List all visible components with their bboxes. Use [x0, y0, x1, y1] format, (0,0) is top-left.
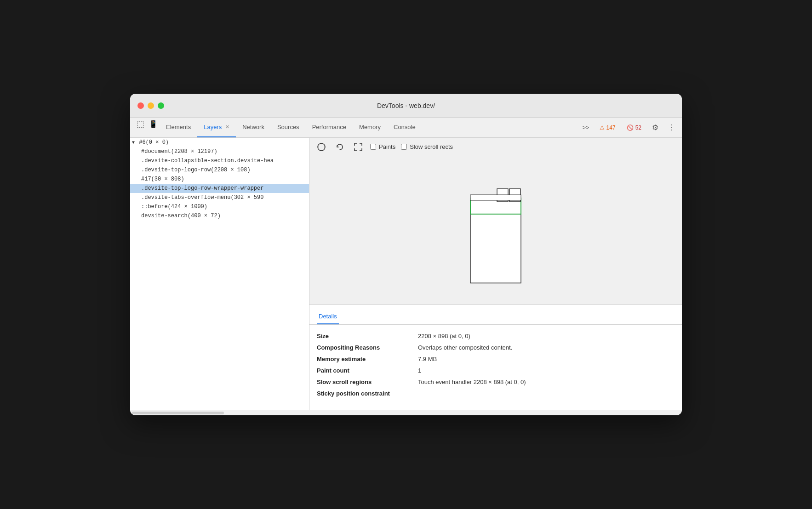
more-options-icon[interactable]: ⋮	[665, 121, 678, 134]
tree-item-collapsible-label: .devsite-collapsible-section.devsite-hea	[141, 158, 274, 164]
minimize-button[interactable]	[148, 102, 154, 109]
tab-layers-label: Layers	[204, 124, 222, 130]
details-row-paint: Paint count 1	[317, 365, 675, 376]
tab-console-label: Console	[394, 124, 416, 130]
paint-key: Paint count	[317, 367, 418, 374]
scrollbar-track[interactable]	[132, 412, 224, 414]
size-key: Size	[317, 333, 418, 339]
tabs-bar: ⬚ 📱 Elements Layers ✕ Network Sources Pe…	[130, 118, 682, 138]
window-title: DevTools - web.dev/	[377, 102, 435, 109]
compositing-value: Overlaps other composited content.	[418, 344, 512, 351]
tab-sources-label: Sources	[277, 124, 299, 130]
slow-scroll-label: Slow scroll rects	[410, 143, 453, 150]
tab-elements[interactable]: Elements	[160, 118, 197, 137]
close-button[interactable]	[137, 102, 144, 109]
tab-network-label: Network	[242, 124, 264, 130]
tab-performance-label: Performance	[312, 124, 346, 130]
memory-key: Memory estimate	[317, 356, 418, 362]
details-row-sticky: Sticky position constraint	[317, 388, 675, 399]
svg-rect-9	[470, 195, 521, 200]
tree-item-tabs-label: .devsite-tabs-overflow-menu(302 × 590	[141, 194, 263, 201]
slow-scroll-checkbox-label[interactable]: Slow scroll rects	[401, 143, 453, 150]
size-value: 2208 × 898 (at 0, 0)	[418, 333, 470, 339]
devtools-window: DevTools - web.dev/ ⬚ 📱 Elements Layers …	[130, 94, 682, 415]
tab-elements-label: Elements	[166, 124, 191, 130]
tree-item-wrapper-label: .devsite-top-logo-row-wrapper-wrapper	[141, 185, 263, 192]
error-count: 52	[635, 124, 641, 131]
tabs-overflow-button[interactable]: >>	[579, 124, 592, 131]
compositing-key: Compositing Reasons	[317, 344, 418, 351]
details-row-slow-scroll: Slow scroll regions Touch event handler …	[317, 376, 675, 388]
inspector-icon[interactable]: ⬚	[134, 118, 147, 130]
details-row-compositing: Compositing Reasons Overlaps other compo…	[317, 342, 675, 353]
tree-item-17[interactable]: #17(30 × 808)	[130, 175, 309, 184]
tab-sources[interactable]: Sources	[271, 118, 306, 137]
triangle-icon: ▼	[132, 140, 135, 145]
paint-value: 1	[418, 367, 421, 374]
tab-layers-close[interactable]: ✕	[225, 124, 229, 130]
paints-checkbox[interactable]	[370, 144, 376, 150]
details-tab-label: Details	[319, 313, 337, 320]
maximize-button[interactable]	[158, 102, 164, 109]
device-toolbar-icon[interactable]: 📱	[147, 118, 160, 130]
tree-item-root[interactable]: ▼ #6(0 × 0)	[130, 138, 309, 147]
memory-value: 7.9 MB	[418, 356, 437, 362]
tree-item-root-label: #6(0 × 0)	[139, 139, 169, 146]
tab-memory[interactable]: Memory	[353, 118, 387, 137]
details-table: Size 2208 × 898 (at 0, 0) Compositing Re…	[309, 325, 682, 405]
tabs-right: >> ⚠ 147 🚫 52 ⚙ ⋮	[579, 118, 678, 137]
tab-memory-label: Memory	[359, 124, 381, 130]
tree-item-search-label: devsite-search(400 × 72)	[141, 213, 221, 219]
layers-panel[interactable]: ▼ #6(0 × 0) #document(2208 × 12197) .dev…	[130, 138, 309, 410]
title-bar: DevTools - web.dev/	[130, 94, 682, 118]
scrollbar-area[interactable]	[130, 410, 682, 415]
main-content: ▼ #6(0 × 0) #document(2208 × 12197) .dev…	[130, 138, 682, 410]
tab-layers[interactable]: Layers ✕	[197, 118, 236, 137]
details-tab[interactable]: Details	[317, 309, 339, 324]
pan-tool-button[interactable]	[315, 141, 328, 153]
warn-count: 147	[606, 124, 616, 131]
tree-item-collapsible[interactable]: .devsite-collapsible-section.devsite-hea	[130, 156, 309, 165]
svg-point-0	[318, 143, 325, 151]
details-row-memory: Memory estimate 7.9 MB	[317, 353, 675, 365]
svg-rect-5	[470, 212, 521, 283]
tree-item-document[interactable]: #document(2208 × 12197)	[130, 147, 309, 156]
tree-item-before[interactable]: ::before(424 × 1000)	[130, 202, 309, 211]
slow-scroll-value: Touch event handler 2208 × 898 (at 0, 0)	[418, 379, 526, 385]
right-panel: Paints Slow scroll rects	[309, 138, 682, 410]
tree-item-top-logo-wrapper[interactable]: .devsite-top-logo-row-wrapper-wrapper	[130, 184, 309, 193]
warn-icon: ⚠	[600, 124, 605, 131]
canvas-area[interactable]	[309, 156, 682, 304]
error-icon: 🚫	[627, 124, 634, 131]
tree-item-search[interactable]: devsite-search(400 × 72)	[130, 211, 309, 221]
tree-item-top-logo-row-label: .devsite-top-logo-row(2208 × 108)	[141, 167, 251, 173]
details-row-size: Size 2208 × 898 (at 0, 0)	[317, 330, 675, 342]
tab-network[interactable]: Network	[236, 118, 271, 137]
tabs-overflow-label: >>	[582, 124, 589, 131]
paints-checkbox-label[interactable]: Paints	[370, 143, 395, 150]
tree-item-tabs-overflow[interactable]: .devsite-tabs-overflow-menu(302 × 590	[130, 193, 309, 202]
paints-label: Paints	[379, 143, 395, 150]
slow-scroll-checkbox[interactable]	[401, 144, 407, 150]
warnings-badge[interactable]: ⚠ 147	[596, 124, 619, 132]
tree-item-before-label: ::before(424 × 1000)	[141, 204, 207, 210]
sticky-key: Sticky position constraint	[317, 390, 418, 397]
layer-visualization	[466, 175, 526, 285]
tab-console[interactable]: Console	[387, 118, 422, 137]
tree-item-17-label: #17(30 × 808)	[141, 176, 184, 182]
rotate-tool-button[interactable]	[333, 141, 346, 153]
canvas-toolbar: Paints Slow scroll rects	[309, 138, 682, 156]
details-header: Details	[309, 305, 682, 325]
errors-badge[interactable]: 🚫 52	[623, 124, 645, 132]
traffic-lights	[137, 102, 164, 109]
tree-item-top-logo-row[interactable]: .devsite-top-logo-row(2208 × 108)	[130, 165, 309, 175]
slow-scroll-key: Slow scroll regions	[317, 379, 418, 385]
settings-icon[interactable]: ⚙	[649, 121, 662, 134]
fit-tool-button[interactable]	[352, 141, 365, 153]
details-panel: Details Size 2208 × 898 (at 0, 0) Compos…	[309, 304, 682, 410]
tree-item-document-label: #document(2208 × 12197)	[141, 148, 217, 155]
tab-performance[interactable]: Performance	[306, 118, 353, 137]
